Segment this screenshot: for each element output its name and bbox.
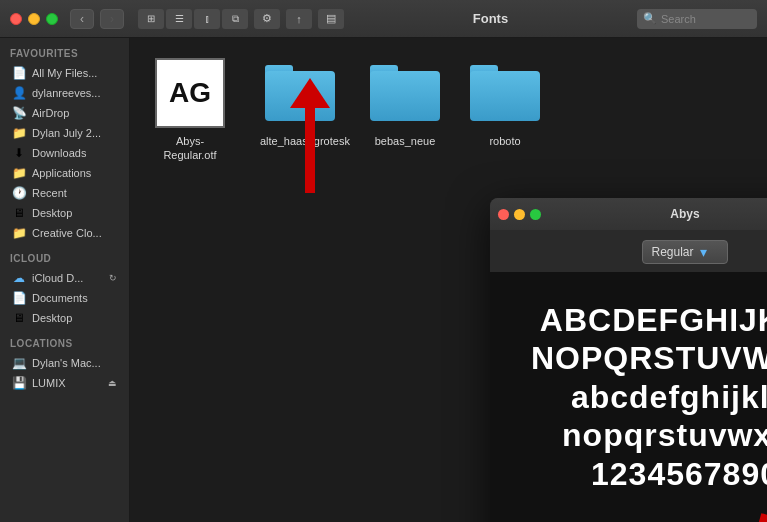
user-label: dylanreeves...	[32, 87, 100, 99]
font-panel-maximize[interactable]	[530, 209, 541, 220]
sidebar-item-airdrop[interactable]: 📡 AirDrop	[4, 103, 125, 123]
file-item-bebas[interactable]: bebas_neue	[370, 58, 440, 148]
forward-button[interactable]: ›	[100, 9, 124, 29]
sidebar-item-recent[interactable]: 🕐 Recent	[4, 183, 125, 203]
dylan-july-label: Dylan July 2...	[32, 127, 101, 139]
sidebar-icloud: iCloud ☁ iCloud D... ↻ 📄 Documents 🖥 Des…	[0, 251, 129, 328]
sidebar-item-creative-cloud[interactable]: 📁 Creative Clo...	[4, 223, 125, 243]
search-placeholder: Search	[661, 13, 696, 25]
share-button[interactable]: ↑	[286, 9, 312, 29]
sidebar-item-mac[interactable]: 💻 Dylan's Mac...	[4, 353, 125, 373]
font-panel-lights	[498, 209, 541, 220]
desktop-label: Desktop	[32, 207, 72, 219]
traffic-lights	[10, 13, 58, 25]
view-buttons: ⊞ ☰ ⫿ ⧉	[138, 9, 248, 29]
sidebar-item-downloads[interactable]: ⬇ Downloads	[4, 143, 125, 163]
icloud-sync-icon: ↻	[109, 273, 117, 283]
sidebar-item-documents[interactable]: 📄 Documents	[4, 288, 125, 308]
folder-bebas-icon	[370, 58, 440, 128]
title-bar: ‹ › ⊞ ☰ ⫿ ⧉ ⚙ ↑ ▤ Fonts 🔍 Search	[0, 0, 767, 38]
close-button[interactable]	[10, 13, 22, 25]
font-panel-close[interactable]	[498, 209, 509, 220]
icon-view-button[interactable]: ⊞	[138, 9, 164, 29]
sidebar-locations: Locations 💻 Dylan's Mac... 💾 LUMIX ⏏	[0, 336, 129, 393]
cover-view-button[interactable]: ⧉	[222, 9, 248, 29]
main-content: Favourites 📄 All My Files... 👤 dylanreev…	[0, 38, 767, 522]
maximize-button[interactable]	[46, 13, 58, 25]
recent-label: Recent	[32, 187, 67, 199]
search-bar[interactable]: 🔍 Search	[637, 9, 757, 29]
sidebar-item-icloud-drive[interactable]: ☁ iCloud D... ↻	[4, 268, 125, 288]
column-view-button[interactable]: ⫿	[194, 9, 220, 29]
applications-icon: 📁	[12, 166, 26, 180]
sidebar-item-applications[interactable]: 📁 Applications	[4, 163, 125, 183]
airdrop-icon: 📡	[12, 106, 26, 120]
font-preview-area: ABCDEFGHIJKLM NOPQRSTUVWXYZ abcdefghijkl…	[490, 272, 767, 522]
font-preview-thumbnail: AG	[155, 58, 225, 128]
settings-button[interactable]: ⚙	[254, 9, 280, 29]
style-label: Regular	[651, 245, 693, 259]
folder-alte-haas-icon	[265, 58, 335, 128]
documents-icon: 📄	[12, 291, 26, 305]
creative-cloud-icon: 📁	[12, 226, 26, 240]
list-view-button[interactable]: ☰	[166, 9, 192, 29]
back-icon: ‹	[80, 12, 84, 26]
mac-icon: 💻	[12, 356, 26, 370]
locations-header: Locations	[0, 336, 129, 353]
search-icon: 🔍	[643, 12, 657, 25]
sidebar-item-desktop2[interactable]: 🖥 Desktop	[4, 308, 125, 328]
style-select[interactable]: Regular ▾	[642, 240, 727, 264]
font-file-icon: AG	[155, 58, 225, 128]
recent-icon: 🕐	[12, 186, 26, 200]
desktop2-icon: 🖥	[12, 311, 26, 325]
sidebar-item-user[interactable]: 👤 dylanreeves...	[4, 83, 125, 103]
sidebar-item-desktop[interactable]: 🖥 Desktop	[4, 203, 125, 223]
folder-roboto-icon	[470, 58, 540, 128]
font-panel-titlebar: Abys	[490, 198, 767, 230]
all-my-files-label: All My Files...	[32, 67, 97, 79]
file-item-roboto[interactable]: roboto	[470, 58, 540, 148]
file-label-bebas: bebas_neue	[375, 134, 436, 148]
sidebar-item-dylan-july[interactable]: 📁 Dylan July 2...	[4, 123, 125, 143]
file-item-alte-haas[interactable]: alte_haas_grotesk	[260, 58, 340, 148]
toolbar: ‹ › ⊞ ☰ ⫿ ⧉ ⚙ ↑ ▤	[70, 9, 344, 29]
file-label-abys: Abys-Regular.otf	[150, 134, 230, 163]
downloads-icon: ⬇	[12, 146, 26, 160]
file-label-roboto: roboto	[489, 134, 520, 148]
applications-label: Applications	[32, 167, 91, 179]
font-panel-controls: Regular ▾	[490, 230, 767, 272]
icloud-drive-label: iCloud D...	[32, 272, 83, 284]
icloud-header: iCloud	[0, 251, 129, 268]
icloud-drive-icon: ☁	[12, 271, 26, 285]
creative-cloud-label: Creative Clo...	[32, 227, 102, 239]
desktop-icon: 🖥	[12, 206, 26, 220]
minimize-button[interactable]	[28, 13, 40, 25]
documents-label: Documents	[32, 292, 88, 304]
airdrop-label: AirDrop	[32, 107, 69, 119]
mac-label: Dylan's Mac...	[32, 357, 101, 369]
file-label-alte-haas: alte_haas_grotesk	[260, 134, 340, 148]
folder-icon: 📁	[12, 126, 26, 140]
dropdown-arrow-icon: ▾	[700, 244, 707, 260]
sidebar-item-lumix[interactable]: 💾 LUMIX ⏏	[4, 373, 125, 393]
file-area: AG Abys-Regular.otf alte_haas_grotesk	[130, 38, 767, 522]
file-item-abys[interactable]: AG Abys-Regular.otf	[150, 58, 230, 163]
eject-icon[interactable]: ⏏	[108, 378, 117, 388]
sidebar-item-all-my-files[interactable]: 📄 All My Files...	[4, 63, 125, 83]
font-panel: Abys Regular ▾ ABCDEFGHIJKLM NOPQRSTUVWX…	[490, 198, 767, 522]
sidebar: Favourites 📄 All My Files... 👤 dylanreev…	[0, 38, 130, 522]
font-panel-minimize[interactable]	[514, 209, 525, 220]
back-button[interactable]: ‹	[70, 9, 94, 29]
lumix-icon: 💾	[12, 376, 26, 390]
all-my-files-icon: 📄	[12, 66, 26, 80]
user-icon: 👤	[12, 86, 26, 100]
downloads-label: Downloads	[32, 147, 86, 159]
desktop2-label: Desktop	[32, 312, 72, 324]
window-title: Fonts	[344, 11, 637, 26]
finder-window: ‹ › ⊞ ☰ ⫿ ⧉ ⚙ ↑ ▤ Fonts 🔍 Search Favour	[0, 0, 767, 522]
lumix-label: LUMIX	[32, 377, 66, 389]
sidebar-favourites: Favourites 📄 All My Files... 👤 dylanreev…	[0, 46, 129, 243]
action-button[interactable]: ▤	[318, 9, 344, 29]
font-panel-title: Abys	[670, 207, 699, 221]
file-grid: AG Abys-Regular.otf alte_haas_grotesk	[150, 58, 747, 163]
